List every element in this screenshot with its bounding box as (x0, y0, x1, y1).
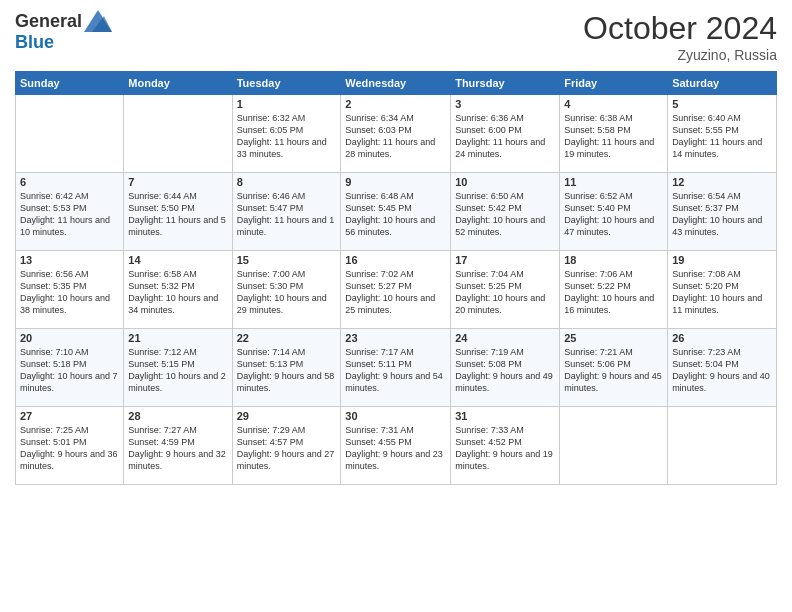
calendar-week-row: 1Sunrise: 6:32 AMSunset: 6:05 PMDaylight… (16, 95, 777, 173)
header: General Blue October 2024 Zyuzino, Russi… (15, 10, 777, 63)
day-number: 15 (237, 254, 337, 266)
table-row: 30Sunrise: 7:31 AMSunset: 4:55 PMDayligh… (341, 407, 451, 485)
day-number: 13 (20, 254, 119, 266)
day-number: 28 (128, 410, 227, 422)
day-number: 10 (455, 176, 555, 188)
day-info: Sunrise: 7:21 AMSunset: 5:06 PMDaylight:… (564, 346, 663, 395)
table-row: 29Sunrise: 7:29 AMSunset: 4:57 PMDayligh… (232, 407, 341, 485)
logo: General Blue (15, 10, 112, 53)
day-number: 20 (20, 332, 119, 344)
table-row: 4Sunrise: 6:38 AMSunset: 5:58 PMDaylight… (560, 95, 668, 173)
day-number: 24 (455, 332, 555, 344)
day-number: 19 (672, 254, 772, 266)
day-number: 22 (237, 332, 337, 344)
table-row: 19Sunrise: 7:08 AMSunset: 5:20 PMDayligh… (668, 251, 777, 329)
day-info: Sunrise: 6:48 AMSunset: 5:45 PMDaylight:… (345, 190, 446, 239)
table-row: 26Sunrise: 7:23 AMSunset: 5:04 PMDayligh… (668, 329, 777, 407)
table-row: 23Sunrise: 7:17 AMSunset: 5:11 PMDayligh… (341, 329, 451, 407)
day-info: Sunrise: 7:31 AMSunset: 4:55 PMDaylight:… (345, 424, 446, 473)
logo-general-text: General (15, 11, 82, 32)
col-monday: Monday (124, 72, 232, 95)
day-info: Sunrise: 7:17 AMSunset: 5:11 PMDaylight:… (345, 346, 446, 395)
table-row: 13Sunrise: 6:56 AMSunset: 5:35 PMDayligh… (16, 251, 124, 329)
day-info: Sunrise: 6:58 AMSunset: 5:32 PMDaylight:… (128, 268, 227, 317)
location: Zyuzino, Russia (583, 47, 777, 63)
table-row: 20Sunrise: 7:10 AMSunset: 5:18 PMDayligh… (16, 329, 124, 407)
col-friday: Friday (560, 72, 668, 95)
day-info: Sunrise: 7:08 AMSunset: 5:20 PMDaylight:… (672, 268, 772, 317)
day-info: Sunrise: 7:00 AMSunset: 5:30 PMDaylight:… (237, 268, 337, 317)
day-info: Sunrise: 6:32 AMSunset: 6:05 PMDaylight:… (237, 112, 337, 161)
day-info: Sunrise: 6:54 AMSunset: 5:37 PMDaylight:… (672, 190, 772, 239)
calendar-week-row: 6Sunrise: 6:42 AMSunset: 5:53 PMDaylight… (16, 173, 777, 251)
day-number: 12 (672, 176, 772, 188)
day-number: 23 (345, 332, 446, 344)
day-number: 17 (455, 254, 555, 266)
day-info: Sunrise: 7:06 AMSunset: 5:22 PMDaylight:… (564, 268, 663, 317)
day-info: Sunrise: 6:34 AMSunset: 6:03 PMDaylight:… (345, 112, 446, 161)
day-number: 31 (455, 410, 555, 422)
day-info: Sunrise: 6:44 AMSunset: 5:50 PMDaylight:… (128, 190, 227, 239)
table-row: 2Sunrise: 6:34 AMSunset: 6:03 PMDaylight… (341, 95, 451, 173)
day-info: Sunrise: 6:42 AMSunset: 5:53 PMDaylight:… (20, 190, 119, 239)
day-number: 4 (564, 98, 663, 110)
col-wednesday: Wednesday (341, 72, 451, 95)
title-section: October 2024 Zyuzino, Russia (583, 10, 777, 63)
table-row: 3Sunrise: 6:36 AMSunset: 6:00 PMDaylight… (451, 95, 560, 173)
day-info: Sunrise: 7:23 AMSunset: 5:04 PMDaylight:… (672, 346, 772, 395)
table-row: 1Sunrise: 6:32 AMSunset: 6:05 PMDaylight… (232, 95, 341, 173)
day-number: 21 (128, 332, 227, 344)
table-row: 25Sunrise: 7:21 AMSunset: 5:06 PMDayligh… (560, 329, 668, 407)
calendar-header-row: Sunday Monday Tuesday Wednesday Thursday… (16, 72, 777, 95)
day-number: 18 (564, 254, 663, 266)
table-row (560, 407, 668, 485)
table-row: 24Sunrise: 7:19 AMSunset: 5:08 PMDayligh… (451, 329, 560, 407)
table-row: 11Sunrise: 6:52 AMSunset: 5:40 PMDayligh… (560, 173, 668, 251)
day-info: Sunrise: 6:40 AMSunset: 5:55 PMDaylight:… (672, 112, 772, 161)
table-row: 12Sunrise: 6:54 AMSunset: 5:37 PMDayligh… (668, 173, 777, 251)
day-number: 14 (128, 254, 227, 266)
table-row: 18Sunrise: 7:06 AMSunset: 5:22 PMDayligh… (560, 251, 668, 329)
day-number: 27 (20, 410, 119, 422)
day-number: 16 (345, 254, 446, 266)
logo-icon (84, 10, 112, 32)
table-row: 27Sunrise: 7:25 AMSunset: 5:01 PMDayligh… (16, 407, 124, 485)
table-row: 6Sunrise: 6:42 AMSunset: 5:53 PMDaylight… (16, 173, 124, 251)
table-row: 5Sunrise: 6:40 AMSunset: 5:55 PMDaylight… (668, 95, 777, 173)
day-info: Sunrise: 6:50 AMSunset: 5:42 PMDaylight:… (455, 190, 555, 239)
table-row: 16Sunrise: 7:02 AMSunset: 5:27 PMDayligh… (341, 251, 451, 329)
day-number: 2 (345, 98, 446, 110)
col-sunday: Sunday (16, 72, 124, 95)
col-tuesday: Tuesday (232, 72, 341, 95)
day-info: Sunrise: 7:33 AMSunset: 4:52 PMDaylight:… (455, 424, 555, 473)
table-row (16, 95, 124, 173)
day-number: 6 (20, 176, 119, 188)
day-number: 3 (455, 98, 555, 110)
day-info: Sunrise: 7:29 AMSunset: 4:57 PMDaylight:… (237, 424, 337, 473)
day-number: 29 (237, 410, 337, 422)
table-row: 28Sunrise: 7:27 AMSunset: 4:59 PMDayligh… (124, 407, 232, 485)
page-container: General Blue October 2024 Zyuzino, Russi… (0, 0, 792, 495)
day-number: 9 (345, 176, 446, 188)
calendar-week-row: 13Sunrise: 6:56 AMSunset: 5:35 PMDayligh… (16, 251, 777, 329)
table-row: 7Sunrise: 6:44 AMSunset: 5:50 PMDaylight… (124, 173, 232, 251)
logo-blue-text: Blue (15, 32, 54, 53)
col-thursday: Thursday (451, 72, 560, 95)
calendar-week-row: 27Sunrise: 7:25 AMSunset: 5:01 PMDayligh… (16, 407, 777, 485)
day-number: 26 (672, 332, 772, 344)
calendar-table: Sunday Monday Tuesday Wednesday Thursday… (15, 71, 777, 485)
table-row (668, 407, 777, 485)
calendar-week-row: 20Sunrise: 7:10 AMSunset: 5:18 PMDayligh… (16, 329, 777, 407)
day-info: Sunrise: 7:27 AMSunset: 4:59 PMDaylight:… (128, 424, 227, 473)
day-number: 11 (564, 176, 663, 188)
day-info: Sunrise: 7:14 AMSunset: 5:13 PMDaylight:… (237, 346, 337, 395)
day-info: Sunrise: 7:25 AMSunset: 5:01 PMDaylight:… (20, 424, 119, 473)
day-info: Sunrise: 7:12 AMSunset: 5:15 PMDaylight:… (128, 346, 227, 395)
col-saturday: Saturday (668, 72, 777, 95)
table-row (124, 95, 232, 173)
day-info: Sunrise: 7:02 AMSunset: 5:27 PMDaylight:… (345, 268, 446, 317)
day-number: 30 (345, 410, 446, 422)
day-number: 5 (672, 98, 772, 110)
day-info: Sunrise: 7:10 AMSunset: 5:18 PMDaylight:… (20, 346, 119, 395)
day-info: Sunrise: 6:36 AMSunset: 6:00 PMDaylight:… (455, 112, 555, 161)
